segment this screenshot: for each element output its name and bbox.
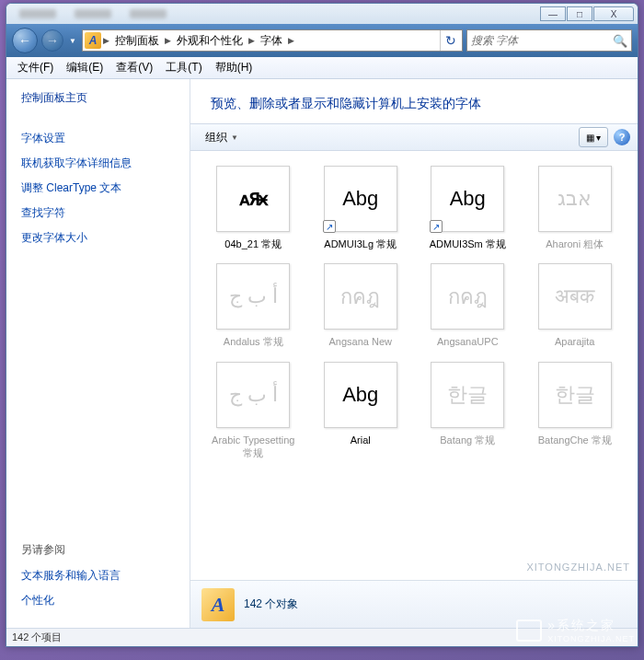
shortcut-overlay-icon: ↗ (323, 220, 336, 233)
search-input[interactable] (471, 34, 613, 47)
window-body: 控制面板主页 字体设置 联机获取字体详细信息 调整 ClearType 文本 查… (6, 79, 638, 628)
toolbar: 组织▼ ▦ ▾ ? (190, 123, 638, 151)
font-thumbnail: ᴀЯӿ (216, 166, 290, 232)
details-count: 142 个对象 (244, 596, 298, 612)
minimize-button[interactable]: — (540, 6, 566, 21)
page-title: 预览、删除或者显示和隐藏计算机上安装的字体 (211, 96, 617, 112)
font-item[interactable]: أ ب جArabic Typesetting 常规 (201, 358, 305, 464)
font-item[interactable]: अबकAparajita (523, 260, 627, 352)
sidebar-link-personalization[interactable]: 个性化 (21, 588, 175, 613)
watermark: XITONGZHIJA.NET (526, 562, 630, 573)
font-grid-area[interactable]: ᴀЯӿ04b_21 常规Abg↗ADMUI3Lg 常规Abg↗ADMUI3Sm … (190, 151, 638, 580)
font-thumbnail: أ ب ج (216, 263, 290, 330)
nav-bar: ← → ▼ ▶ 控制面板 ▶ 外观和个性化 ▶ 字体 ▶ ↻ 🔍 (6, 24, 638, 57)
breadcrumb-appearance[interactable]: 外观和个性化 (173, 33, 247, 49)
crumb-sep-icon[interactable]: ▶ (165, 36, 171, 45)
fonts-folder-icon (85, 32, 101, 49)
font-thumbnail: अबक (538, 263, 612, 330)
font-thumbnail: أ ب ج (216, 362, 290, 428)
font-thumbnail: אבג (538, 166, 612, 232)
crumb-sep-icon[interactable]: ▶ (248, 36, 255, 45)
font-label: 04b_21 常规 (224, 237, 282, 250)
font-label: Batang 常规 (440, 434, 495, 446)
help-button[interactable]: ? (614, 129, 630, 145)
main-pane: 预览、删除或者显示和隐藏计算机上安装的字体 组织▼ ▦ ▾ ? ᴀЯӿ04b_2… (190, 79, 638, 628)
forward-button[interactable]: → (41, 29, 63, 52)
font-item[interactable]: กคฎAngsanaUPC (416, 260, 520, 352)
font-thumbnail: Abg↗ (324, 166, 397, 232)
status-bar: 142 个项目 (6, 628, 638, 646)
font-thumbnail: 한글 (538, 362, 612, 428)
breadcrumb-fonts[interactable]: 字体 (257, 33, 286, 49)
chevron-down-icon: ▼ (231, 133, 238, 142)
font-label: Angsana New (329, 335, 393, 348)
sidebar-link-cleartype[interactable]: 调整 ClearType 文本 (21, 176, 175, 201)
font-label: Arabic Typesetting 常规 (207, 434, 299, 460)
titlebar[interactable]: — □ X (6, 4, 638, 24)
menu-view[interactable]: 查看(V) (110, 58, 158, 77)
font-label: Aharoni 粗体 (546, 237, 604, 250)
details-pane: 142 个对象 (190, 580, 638, 628)
title-blur (19, 9, 167, 18)
font-item[interactable]: ᴀЯӿ04b_21 常规 (201, 162, 305, 254)
refresh-button[interactable]: ↻ (440, 30, 460, 51)
font-item[interactable]: AbgArial (309, 358, 413, 464)
close-button[interactable]: X (593, 6, 634, 21)
font-label: Andalus 常规 (224, 335, 283, 348)
font-thumbnail: กคฎ (431, 263, 504, 330)
shortcut-overlay-icon: ↗ (430, 220, 443, 233)
font-item[interactable]: กคฎAngsana New (309, 260, 413, 352)
search-box[interactable]: 🔍 (466, 29, 632, 52)
font-label: ADMUI3Lg 常规 (324, 237, 397, 250)
status-text: 142 个项目 (12, 631, 62, 644)
font-label: Arial (351, 434, 371, 446)
sidebar-heading[interactable]: 控制面板主页 (21, 90, 175, 106)
font-item[interactable]: 한글BatangChe 常规 (523, 358, 627, 464)
font-item[interactable]: Abg↗ADMUI3Sm 常规 (416, 162, 520, 254)
font-thumbnail: 한글 (431, 362, 504, 428)
menu-help[interactable]: 帮助(H) (210, 58, 259, 77)
font-item[interactable]: 한글Batang 常规 (416, 358, 520, 464)
menu-tools[interactable]: 工具(T) (160, 58, 207, 77)
view-options-button[interactable]: ▦ ▾ (579, 127, 608, 147)
menu-edit[interactable]: 编辑(E) (61, 58, 109, 77)
font-thumbnail: กคฎ (324, 263, 397, 330)
back-button[interactable]: ← (12, 28, 38, 53)
sidebar-link-font-settings[interactable]: 字体设置 (21, 126, 175, 151)
menu-file[interactable]: 文件(F) (12, 58, 59, 77)
font-thumbnail: Abg↗ (431, 166, 504, 232)
nav-history-dropdown[interactable]: ▼ (67, 31, 78, 50)
sidebar-also-heading: 另请参阅 (6, 542, 190, 563)
crumb-sep-icon[interactable]: ▶ (103, 36, 109, 45)
crumb-sep-icon[interactable]: ▶ (288, 36, 294, 45)
organize-button[interactable]: 组织▼ (198, 127, 246, 148)
maximize-button[interactable]: □ (567, 6, 592, 21)
font-item[interactable]: أ ب جAndalus 常规 (201, 260, 305, 352)
font-item[interactable]: אבגAharoni 粗体 (523, 162, 627, 254)
font-label: BatangChe 常规 (538, 434, 612, 446)
fonts-folder-icon (201, 588, 235, 621)
sidebar: 控制面板主页 字体设置 联机获取字体详细信息 调整 ClearType 文本 查… (6, 79, 190, 628)
font-label: AngsanaUPC (437, 335, 499, 348)
sidebar-link-online-info[interactable]: 联机获取字体详细信息 (21, 151, 175, 176)
sidebar-link-find-char[interactable]: 查找字符 (21, 201, 175, 226)
sidebar-link-font-size[interactable]: 更改字体大小 (21, 226, 175, 250)
font-label: Aparajita (555, 335, 594, 348)
font-thumbnail: Abg (324, 362, 397, 428)
sidebar-link-text-services[interactable]: 文本服务和输入语言 (21, 563, 175, 588)
address-bar[interactable]: ▶ 控制面板 ▶ 外观和个性化 ▶ 字体 ▶ ↻ (82, 29, 463, 52)
font-label: ADMUI3Sm 常规 (430, 237, 506, 250)
breadcrumb-control-panel[interactable]: 控制面板 (111, 33, 163, 49)
search-icon[interactable]: 🔍 (613, 34, 627, 48)
explorer-window: — □ X ← → ▼ ▶ 控制面板 ▶ 外观和个性化 ▶ 字体 ▶ ↻ 🔍 文… (6, 3, 638, 647)
font-item[interactable]: Abg↗ADMUI3Lg 常规 (309, 162, 413, 254)
menu-bar: 文件(F) 编辑(E) 查看(V) 工具(T) 帮助(H) (6, 57, 638, 79)
